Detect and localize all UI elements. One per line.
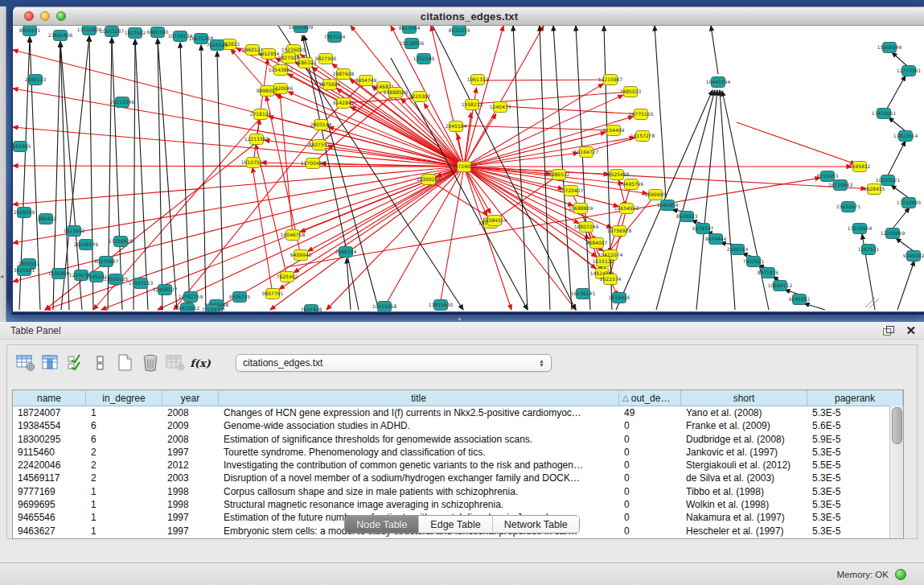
graph-node[interactable]: 1283965 (13, 142, 31, 152)
graph-node[interactable]: 15692971 (836, 202, 861, 212)
graph-node[interactable]: 11700489 (301, 159, 326, 169)
graph-node[interactable]: 2803144 (310, 120, 332, 130)
graph-node[interactable]: 19756928 (607, 226, 632, 237)
graph-node[interactable]: 16046758 (281, 230, 306, 241)
table-row[interactable]: 1938455462009Genome-wide association stu… (13, 419, 903, 432)
graph-node[interactable]: 12203059 (881, 229, 906, 239)
table-mode-icon[interactable] (15, 352, 36, 373)
graph-node[interactable]: 12213383 (244, 134, 269, 145)
graph-node[interactable]: 16157278 (630, 131, 655, 142)
panel-divider-handle[interactable]: ▲ (457, 315, 462, 321)
graph-node[interactable]: 8813054 (399, 26, 421, 34)
graph-node[interactable]: 17957253 (129, 278, 154, 289)
graph-node[interactable]: 7986532 (548, 170, 570, 180)
graph-node[interactable]: 8605571 (19, 26, 41, 36)
network-window-titlebar[interactable]: citations_edges.txt (13, 7, 924, 26)
graph-node[interactable]: 9506745 (229, 292, 251, 303)
graph-node[interactable]: 1558213 (462, 100, 483, 110)
graph-node[interactable]: 19495796 (619, 179, 644, 190)
graph-node[interactable]: 5912954 (258, 49, 280, 60)
graph-node[interactable]: 17210585 (897, 198, 922, 208)
graph-node[interactable]: 10543862 (269, 65, 294, 76)
graph-node[interactable]: 1332540 (413, 54, 435, 64)
graph-node[interactable]: 10411058 (372, 302, 397, 312)
graph-node[interactable]: 12215987 (598, 75, 623, 85)
graph-node[interactable]: 3915911 (14, 266, 35, 276)
graph-node[interactable]: 9857791 (262, 289, 284, 299)
graph-node[interactable]: 9245652 (789, 295, 811, 305)
show-columns-icon[interactable] (40, 352, 61, 373)
graph-node[interactable]: 17415051 (872, 109, 897, 119)
new-column-icon[interactable] (115, 352, 136, 373)
table-row[interactable]: 977716911998Corpus callosum shape and si… (13, 485, 903, 498)
scrollbar-thumb[interactable] (892, 407, 902, 444)
graph-node[interactable]: 16445794 (706, 77, 731, 88)
column-header-pagerank[interactable]: pagerank (807, 390, 903, 406)
graph-node[interactable]: 2045164 (446, 122, 467, 132)
tab-edge-table[interactable]: Edge Table (418, 516, 491, 533)
tab-node-table[interactable]: Node Table (345, 516, 418, 533)
graph-node[interactable]: 2987608 (333, 69, 355, 80)
table-row[interactable]: 1830029562008Estimation of significance … (13, 433, 903, 446)
float-window-icon[interactable] (883, 326, 894, 336)
delete-table-icon[interactable] (165, 352, 186, 373)
graph-node[interactable]: 6460160 (147, 27, 169, 38)
graph-node[interactable]: 7625402 (277, 272, 298, 282)
graph-node[interactable]: 13888520 (384, 88, 409, 98)
graph-node[interactable]: 11823514 (893, 131, 918, 142)
memory-ok-indicator[interactable] (895, 569, 906, 580)
graph-node[interactable]: 2526059 (14, 208, 35, 218)
graph-node[interactable]: 19775165 (629, 109, 654, 120)
graph-node[interactable]: 9474444 (705, 234, 727, 245)
graph-node[interactable]: 1156869 (48, 269, 70, 279)
column-header-out_de[interactable]: △out_de… (619, 390, 681, 406)
select-all-icon[interactable] (65, 352, 86, 373)
graph-node[interactable]: 15906349 (877, 43, 902, 53)
graph-node[interactable]: 8938923 (676, 212, 698, 222)
graph-node[interactable]: 9245002 (903, 251, 924, 262)
graph-node[interactable]: 17016504 (848, 224, 873, 234)
graph-node[interactable]: 2935114 (727, 245, 749, 255)
column-header-title[interactable]: title (219, 390, 619, 406)
graph-node[interactable]: 6579197 (692, 224, 714, 234)
graph-node[interactable]: 16210643 (828, 180, 853, 191)
graph-node[interactable]: 7932621 (743, 257, 765, 267)
graph-node[interactable]: 9699695 (645, 190, 667, 200)
table-row[interactable]: 911546021997Tourette syndrome. Phenomeno… (13, 446, 903, 459)
graph-node[interactable]: 17359928 (109, 237, 133, 247)
graph-node[interactable]: 1985602 (35, 214, 57, 225)
splitter-collapse-icon[interactable]: ◂ (0, 274, 3, 280)
graph-node[interactable]: 10164727 (574, 147, 599, 158)
graph-node[interactable]: 18807249 (574, 222, 599, 233)
function-builder-icon[interactable]: f(x) (190, 352, 211, 373)
network-canvas[interactable]: 1872400774638228960124591295415226055982… (13, 26, 924, 311)
graph-node[interactable]: 10958107 (153, 285, 178, 295)
graph-node[interactable]: 1595812 (849, 162, 871, 172)
graph-node[interactable]: 23691406 (48, 31, 73, 41)
column-header-year[interactable]: year (162, 390, 219, 406)
graph-node[interactable]: 16782759 (179, 292, 203, 303)
table-row[interactable]: 1456911722003Disruption of a novel membe… (13, 472, 903, 484)
graph-node[interactable]: 9827506 (315, 54, 337, 64)
column-header-name[interactable]: name (13, 390, 86, 406)
column-header-in_degree[interactable]: in_degree (86, 390, 162, 406)
table-selector-dropdown[interactable]: citations_edges.txt ▲▼ (236, 354, 552, 372)
graph-node[interactable]: 9154409 (603, 126, 625, 136)
graph-node[interactable]: 8186323 (295, 58, 317, 68)
graph-node[interactable]: 7357224 (324, 32, 346, 43)
graph-node[interactable]: 16136141 (571, 289, 596, 299)
graph-node[interactable]: 16033809 (289, 26, 314, 33)
graph-node[interactable]: 9684007 (586, 238, 608, 249)
table-row[interactable]: 1872400712008Changes of HCN gene express… (13, 406, 903, 419)
control-panel-splitter[interactable]: ◂ (0, 6, 6, 322)
tab-network-table[interactable]: Network Table (492, 516, 579, 533)
graph-node[interactable]: 1527602 (125, 28, 146, 39)
table-row[interactable]: 2242004622012Investigating the contribut… (13, 459, 903, 472)
graph-node[interactable]: 9220307 (409, 92, 431, 102)
graph-node[interactable]: 15218506 (400, 39, 425, 49)
graph-node[interactable]: 15720407 (559, 186, 584, 196)
graph-node[interactable]: 90975887 (94, 257, 119, 267)
graph-node[interactable]: 1240473 (490, 102, 511, 113)
graph-node[interactable]: 8131074 (449, 26, 470, 36)
close-icon[interactable]: ✕ (906, 325, 916, 336)
